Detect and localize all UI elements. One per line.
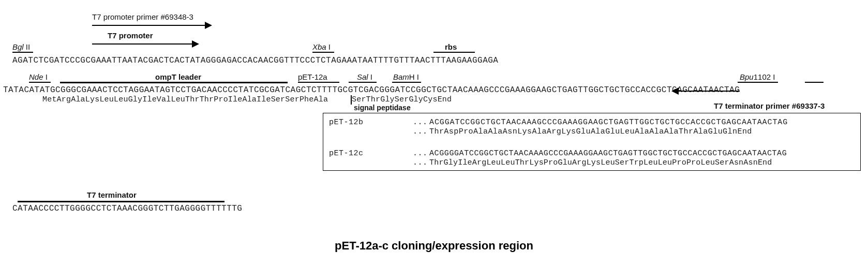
sequence-line3: CATAACCCCTTGGGGCCTCTAAACGGGTCTTGAGGGGTTT… [12,204,242,213]
t7-primer-arrow [92,25,211,26]
protein-line2-post: SerThrGlySerGlyCysEnd [352,95,452,104]
t7-primer-label: T7 promoter primer #69348-3 [92,12,193,21]
sequence-line1: AGATCTCGATCCCGCGAAATTAATACGACTCACTATAGGG… [12,56,498,65]
pet12c-dots-bot: ... [413,158,428,167]
bgl2-label: Bgl II [12,42,30,52]
nde1-name: Nde [29,72,43,81]
xba1-suffix: I [326,42,331,51]
xba1-name: Xba [312,42,326,51]
pet12c-protein: ThrGlyIleArgLeuLeuThrLysProGluArgLysLeuS… [429,158,772,167]
bgl2-suffix: II [24,42,31,51]
pet12a-label: pET-12a [298,72,327,81]
nde1-underline [29,82,51,83]
ompt-leader-label: ompT leader [155,72,201,81]
bamh1-suffix: I [415,72,419,81]
sal1-label: Sal I [357,72,372,82]
signal-peptidase-label: signal peptidase [354,104,411,112]
pet12b-label: pET-12b [329,118,364,127]
t7-terminator-primer-arrow [672,91,740,92]
pet12c-label: pET-12c [329,149,364,158]
right-overline [805,82,824,83]
xba1-underline [312,52,334,53]
rbs-label: rbs [445,42,457,51]
pet12b-dots-bot: ... [413,127,428,136]
sal1-name: Sal [357,72,368,81]
figure-caption: pET-12a-c cloning/expression region [0,239,868,253]
pet12b-dots-top: ... [413,118,428,127]
pet12a-underline [298,82,339,83]
t7-terminator-primer-label: T7 terminator primer #69337-3 [714,101,825,110]
bpu1102-suffix: 1102 I [754,72,775,81]
nde1-label: Nde I [29,72,48,82]
protein-line2-pre: MetArgAlaLysLeuLeuGlyIleValLeuThrThrProI… [42,95,328,104]
bamh1-underline [392,82,421,83]
pet12b-protein: ThrAspProAlaAlaAsnLysAlaArgLysGluAlaGluL… [429,127,752,136]
sequence-line2: TATACATATGCGGGCGAAACTCCTAGGAATAGTCCTGACA… [3,85,740,95]
sal1-underline [349,82,377,83]
bpu1102-name: Bpu [740,72,754,81]
bgl2-name: Bgl [12,42,24,51]
t7-terminator-bar [18,201,225,202]
ompt-leader-bar [60,82,288,83]
xba1-label: Xba I [312,42,331,52]
pet12c-dots-top: ... [413,149,428,158]
bamh1-name: Bam [393,72,409,81]
t7-terminator-label: T7 terminator [87,190,137,199]
signal-peptidase-tick [351,95,352,105]
t7-promoter-label: T7 promoter [108,31,153,40]
sal1-suffix: I [368,72,372,81]
bpu1102-underline [738,82,778,83]
bpu1102-label: Bpu1102 I [740,72,775,82]
rbs-underline [433,52,475,53]
pet12c-dna: ACGGGGATCCGGCTGCTAACAAAGCCCGAAAGGAAGCTGA… [429,149,787,158]
bgl2-underline [12,52,33,53]
bamh1-mid: H [409,72,415,81]
pet12b-dna: ACGGATCCGGCTGCTAACAAAGCCCGAAAGGAAGCTGAGT… [429,118,788,127]
bamh1-label: BamH I [393,72,419,82]
nde1-suffix: I [43,72,48,81]
t7-promoter-arrow [92,43,198,45]
